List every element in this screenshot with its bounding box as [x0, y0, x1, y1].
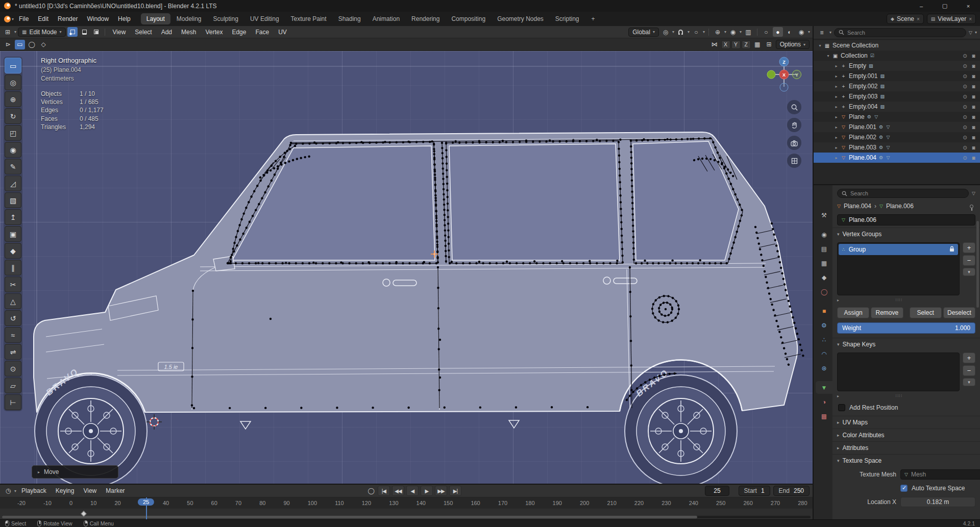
timeline-frame-tick[interactable]: 70 — [235, 500, 241, 506]
workspace-tab-scripting[interactable]: Scripting — [550, 13, 585, 24]
mode-dropdown[interactable]: ▦ Edit Mode ▾ — [18, 28, 66, 37]
disclosure-icon[interactable]: ▾ — [817, 43, 823, 48]
list-filter-expand-icon[interactable]: ▸ — [837, 394, 839, 398]
timeline-scrollbar[interactable] — [2, 516, 811, 518]
auto-keying-icon[interactable]: ◯ — [366, 486, 376, 496]
transform-orientation-dropdown[interactable]: Global ▾ — [628, 28, 659, 37]
tool-select-box[interactable]: ▭ — [5, 58, 21, 73]
add-rest-position-checkbox[interactable] — [838, 404, 845, 411]
list-filter-expand-icon[interactable]: ▸ — [837, 298, 839, 303]
hide-in-viewport-icon[interactable]: ⊙ — [961, 73, 969, 79]
workspace-tab-layout[interactable]: Layout — [141, 13, 170, 24]
outliner-search[interactable] — [834, 28, 966, 37]
viewport-menu[interactable]: Edge — [228, 27, 250, 37]
snap-grid-icon[interactable]: ⊞ — [764, 40, 774, 49]
editor-type-icon[interactable]: ⊞ — [3, 27, 13, 37]
mesh-name-field[interactable]: ▽ Plane.006 — [837, 214, 975, 225]
play-reverse-button[interactable]: ◀ — [406, 486, 419, 496]
timeline-frame-tick[interactable]: 270 — [771, 500, 780, 506]
tool-edge-slide[interactable]: ⇌ — [5, 344, 21, 360]
data-crumb-label[interactable]: Plane.006 — [886, 203, 914, 210]
outliner-row-scene-collection[interactable]: ▾ ▦ Scene Collection — [814, 40, 980, 51]
tab-render[interactable]: ◉ — [816, 228, 832, 241]
tool-annotate[interactable]: ✎ — [5, 159, 21, 174]
add-vertex-group-button[interactable]: + — [963, 242, 975, 253]
circle-select-icon[interactable]: ◯ — [27, 40, 37, 49]
current-frame-badge[interactable]: 25 — [138, 498, 154, 506]
timeline-frame-tick[interactable]: 40 — [163, 500, 169, 506]
tab-modifiers[interactable]: ⚙ — [816, 319, 832, 332]
start-frame-field[interactable]: Start1 — [739, 486, 770, 496]
workspace-tab-shading[interactable]: Shading — [333, 13, 366, 24]
snap-magnet-icon[interactable] — [676, 27, 686, 37]
timeline-frame-tick[interactable]: 100 — [308, 500, 317, 506]
viewport-menu[interactable]: Face — [251, 27, 273, 37]
tab-physics[interactable]: ◠ — [816, 347, 832, 360]
vertex-group-specials-icon[interactable]: ▾ — [963, 268, 975, 276]
topbar-menu[interactable]: Window — [83, 14, 113, 24]
blender-menu-icon[interactable] — [4, 16, 11, 22]
deselect-button[interactable]: Deselect — [943, 307, 975, 318]
timeline-frame-tick[interactable]: 60 — [211, 500, 217, 506]
tab-world[interactable]: ◯ — [816, 285, 832, 298]
tool-extrude-region[interactable]: ↥ — [5, 209, 21, 225]
tab-texture[interactable]: ▩ — [816, 410, 832, 422]
tool-transform[interactable]: ◉ — [5, 142, 21, 158]
previous-keyframe-button[interactable]: ◀◀ — [392, 486, 404, 496]
timeline-frame-tick[interactable]: 140 — [416, 500, 426, 506]
disclosure-icon[interactable]: ▸ — [833, 64, 840, 68]
outliner-row-empty-001[interactable]: ▸ + Empty.001 ▨ ⊙ ◙ — [814, 71, 980, 81]
scene-selector[interactable]: ◆ Scene × — [887, 14, 924, 24]
hide-in-viewport-icon[interactable]: ⊙ — [961, 124, 969, 130]
disable-in-render-icon[interactable]: ◙ — [969, 73, 978, 79]
outliner-editor-icon[interactable]: ≡ — [817, 28, 827, 37]
remove-vertex-group-button[interactable]: − — [963, 255, 975, 266]
timeline-ruler[interactable]: -20-100102030405060708090100110120130140… — [0, 497, 813, 509]
tab-object-data[interactable]: ▼ — [816, 381, 832, 394]
add-shape-key-button[interactable]: + — [963, 353, 975, 363]
show-gizmo-icon[interactable]: ⊕ — [713, 27, 723, 37]
disable-in-render-icon[interactable]: ◙ — [969, 94, 978, 99]
shape-keys-section-header[interactable]: Shape Keys — [832, 338, 980, 350]
texture-mesh-input[interactable] — [911, 471, 980, 478]
properties-search[interactable] — [837, 189, 969, 198]
play-button[interactable]: ▶ — [421, 486, 433, 496]
timeline-frame-tick[interactable]: 160 — [471, 500, 480, 506]
vertex-groups-section-header[interactable]: Vertex Groups — [832, 228, 980, 240]
tool-inset-faces[interactable]: ▣ — [5, 226, 21, 242]
disable-in-render-icon[interactable]: ◙ — [969, 104, 978, 110]
shape-key-specials-icon[interactable]: ▾ — [963, 378, 975, 386]
tool-rotate[interactable]: ↻ — [5, 108, 21, 124]
tab-constraints[interactable]: ⊛ — [816, 362, 832, 374]
timeline-frame-tick[interactable]: -10 — [43, 500, 52, 506]
toggle-ortho-grid-icon[interactable] — [787, 154, 801, 168]
timeline-frame-tick[interactable]: -20 — [17, 500, 26, 506]
weight-slider[interactable]: Weight 1.000 — [837, 322, 975, 334]
pan-hand-icon[interactable] — [787, 118, 801, 132]
unlink-scene-icon[interactable]: × — [917, 16, 920, 22]
outliner-row-plane-004[interactable]: ▸ ▽ Plane.004 ⚙ ▽ ⊙ ◙ — [814, 153, 980, 163]
tool-rip-region[interactable]: ⊢ — [5, 394, 21, 410]
outliner-row-plane-001[interactable]: ▸ ▽ Plane.001 ⚙ ▽ ⊙ ◙ — [814, 122, 980, 132]
outliner-row-plane-003[interactable]: ▸ ▽ Plane.003 ⚙ ▽ ⊙ ◙ — [814, 142, 980, 153]
disclosure-icon[interactable]: ▸ — [833, 94, 840, 99]
outliner-row-plane[interactable]: ▸ ▽ Plane ⚙ ▽ ⊙ ◙ — [814, 112, 980, 122]
timeline-frame-tick[interactable]: 190 — [553, 500, 562, 506]
tool-spin[interactable]: ↺ — [5, 310, 21, 326]
end-frame-field[interactable]: End250 — [773, 486, 810, 496]
pivot-point-icon[interactable]: ◎ — [660, 27, 671, 37]
outliner-row-plane-002[interactable]: ▸ ▽ Plane.002 ⚙ ▽ ⊙ ◙ — [814, 132, 980, 142]
texture-space-section-header[interactable]: Texture Space — [832, 454, 980, 467]
timeline-frame-tick[interactable]: 150 — [444, 500, 453, 506]
tool-shrink-fatten[interactable]: ⊙ — [5, 361, 21, 377]
navigation-gizmo[interactable]: Z Y X — [763, 54, 805, 97]
add-workspace-button[interactable]: + — [586, 13, 601, 24]
jump-to-end-button[interactable]: ▶| — [449, 486, 461, 496]
auto-texture-space-checkbox[interactable] — [900, 485, 908, 492]
properties-scrollbar[interactable] — [976, 221, 979, 308]
timeline-frame-tick[interactable]: 230 — [662, 500, 671, 506]
timeline-frame-tick[interactable]: 180 — [525, 500, 534, 506]
timeline-body[interactable]: -20-100102030405060708090100110120130140… — [0, 497, 813, 519]
disable-in-render-icon[interactable]: ◙ — [969, 53, 978, 59]
outliner-row-empty[interactable]: ▸ + Empty ▨ ⊙ ◙ — [814, 61, 980, 71]
